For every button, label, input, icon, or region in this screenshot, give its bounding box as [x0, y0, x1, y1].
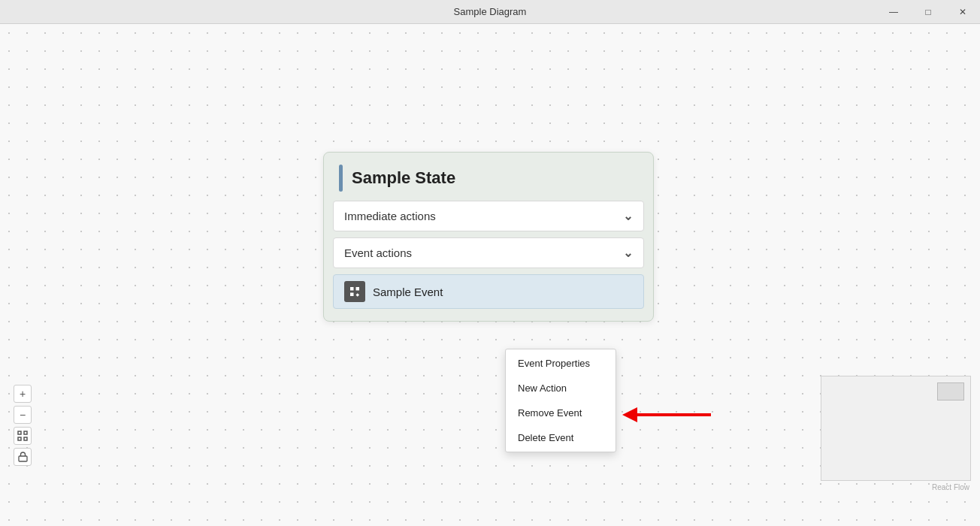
svg-rect-2 [18, 437, 21, 440]
minimize-button[interactable]: — [876, 0, 911, 24]
event-row[interactable]: Sample Event [333, 274, 644, 309]
arrow-head [622, 407, 637, 422]
diagram-canvas: Sample State Immediate actions ⌄ Event a… [0, 24, 980, 526]
svg-rect-0 [18, 431, 21, 434]
minimap-viewport [937, 382, 964, 401]
title-bar: Sample Diagram — □ ✕ [0, 0, 980, 24]
lock-icon [18, 452, 28, 462]
close-button[interactable]: ✕ [945, 0, 980, 24]
immediate-actions-chevron: ⌄ [623, 209, 633, 223]
immediate-actions-section[interactable]: Immediate actions ⌄ [333, 201, 644, 231]
window-controls: — □ ✕ [876, 0, 980, 23]
context-menu-item-remove-event[interactable]: Remove Event [506, 401, 616, 425]
maximize-button[interactable]: □ [911, 0, 945, 24]
event-actions-section[interactable]: Event actions ⌄ [333, 237, 644, 268]
zoom-out-button[interactable]: − [14, 406, 32, 424]
state-node-header: Sample State [324, 153, 653, 201]
svg-rect-1 [24, 431, 27, 434]
arrow-line [636, 413, 711, 416]
context-menu-item-new-action[interactable]: New Action [506, 376, 616, 401]
context-menu: Event Properties New Action Remove Event… [505, 349, 616, 452]
state-node-title: Sample State [352, 168, 455, 188]
state-node-body: Immediate actions ⌄ Event actions ⌄ Samp… [324, 201, 653, 321]
arrow-indicator [622, 407, 711, 422]
minimap [821, 376, 971, 481]
context-menu-item-event-properties[interactable]: Event Properties [506, 351, 616, 376]
event-icon [344, 281, 365, 302]
zoom-controls: + − [14, 385, 32, 466]
event-actions-chevron: ⌄ [623, 246, 633, 260]
fit-view-button[interactable] [14, 427, 32, 445]
lock-button[interactable] [14, 448, 32, 466]
react-flow-label: React Flow [932, 483, 969, 491]
fit-view-icon [17, 431, 28, 441]
state-node: Sample State Immediate actions ⌄ Event a… [323, 152, 654, 322]
state-node-accent [339, 165, 343, 192]
zoom-in-button[interactable]: + [14, 385, 32, 403]
window-title: Sample Diagram [454, 6, 527, 17]
event-label: Sample Event [373, 286, 443, 298]
immediate-actions-label: Immediate actions [344, 210, 436, 222]
svg-rect-3 [24, 437, 27, 440]
event-actions-label: Event actions [344, 246, 412, 259]
svg-rect-4 [19, 456, 27, 461]
event-icon-svg [348, 285, 361, 298]
context-menu-item-delete-event[interactable]: Delete Event [506, 425, 616, 450]
